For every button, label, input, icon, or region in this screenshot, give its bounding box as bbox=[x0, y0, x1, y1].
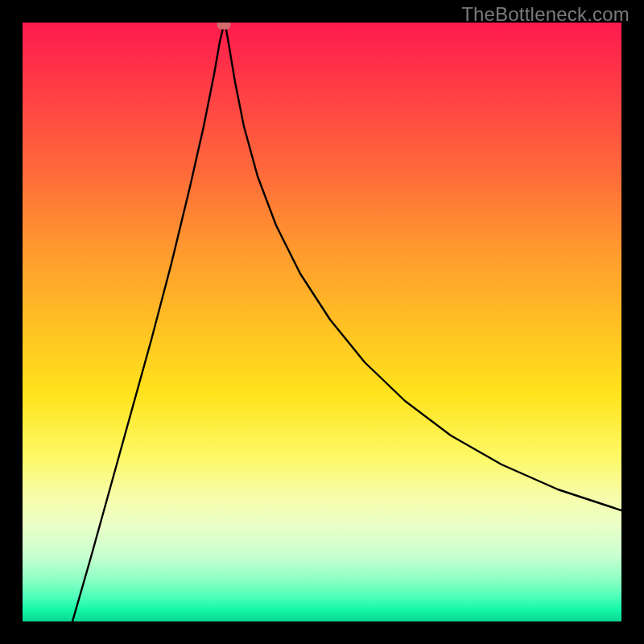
bottleneck-curve bbox=[23, 23, 621, 621]
watermark-text: TheBottleneck.com bbox=[461, 3, 630, 26]
plot-area bbox=[23, 23, 621, 621]
minimum-marker bbox=[217, 23, 231, 30]
